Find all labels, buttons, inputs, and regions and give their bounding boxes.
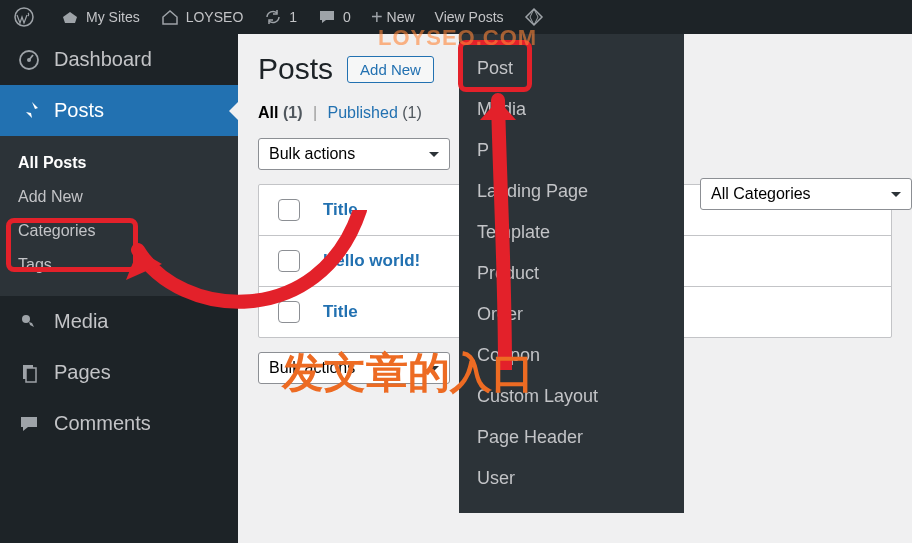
- view-posts-label: View Posts: [435, 9, 504, 25]
- select-value: Bulk actions: [269, 145, 355, 162]
- select-all-checkbox[interactable]: [278, 199, 300, 221]
- admin-topbar: My Sites LOYSEO 1 0 + New View Posts: [0, 0, 912, 34]
- new-label: New: [387, 9, 415, 25]
- svg-point-2: [27, 58, 31, 62]
- extra-diamond[interactable]: [514, 0, 560, 34]
- new-coupon[interactable]: Coupon: [459, 335, 684, 376]
- comment-icon: [18, 413, 44, 435]
- sidebar-item-media[interactable]: Media: [0, 296, 238, 347]
- comments-count: 0: [343, 9, 351, 25]
- svg-rect-5: [26, 368, 36, 382]
- new-content-dropdown: Post Media P Landing Page Template Produ…: [459, 34, 684, 513]
- sidebar-item-dashboard[interactable]: Dashboard: [0, 34, 238, 85]
- sidebar-item-comments[interactable]: Comments: [0, 398, 238, 449]
- comment-icon: [317, 7, 337, 27]
- new-order[interactable]: Order: [459, 294, 684, 335]
- new-post[interactable]: Post: [459, 48, 684, 89]
- sidebar-sub-tags[interactable]: Tags: [0, 248, 238, 282]
- filter-all[interactable]: All (1): [258, 104, 302, 121]
- multisite-icon: [60, 7, 80, 27]
- diamond-icon: [524, 7, 544, 27]
- new-media[interactable]: Media: [459, 89, 684, 130]
- sidebar-item-label: Dashboard: [54, 48, 152, 71]
- site-name-label: LOYSEO: [186, 9, 244, 25]
- update-icon: [263, 7, 283, 27]
- my-sites-label: My Sites: [86, 9, 140, 25]
- new-landing-page[interactable]: Landing Page: [459, 171, 684, 212]
- new-custom-layout[interactable]: Custom Layout: [459, 376, 684, 417]
- sidebar-item-posts[interactable]: Posts: [0, 85, 238, 136]
- new-user[interactable]: User: [459, 458, 684, 499]
- comments-notice[interactable]: 0: [307, 0, 361, 34]
- updates-count: 1: [289, 9, 297, 25]
- select-all-checkbox-bottom[interactable]: [278, 301, 300, 323]
- site-name[interactable]: LOYSEO: [150, 0, 254, 34]
- bulk-actions-select[interactable]: Bulk actions: [258, 138, 450, 170]
- select-value: Bulk actions: [269, 359, 355, 376]
- svg-point-3: [22, 315, 30, 323]
- sidebar-item-label: Pages: [54, 361, 111, 384]
- sidebar-sub-categories[interactable]: Categories: [0, 214, 238, 248]
- sidebar-item-label: Comments: [54, 412, 151, 435]
- view-posts[interactable]: View Posts: [425, 0, 514, 34]
- new-product[interactable]: Product: [459, 253, 684, 294]
- sidebar-item-pages[interactable]: Pages: [0, 347, 238, 398]
- admin-sidebar: Dashboard Posts All Posts Add New Catego…: [0, 34, 238, 543]
- home-icon: [160, 7, 180, 27]
- new-template[interactable]: Template: [459, 212, 684, 253]
- plus-icon: +: [371, 6, 383, 29]
- bulk-actions-select-bottom[interactable]: Bulk actions: [258, 352, 450, 384]
- sidebar-item-label: Posts: [54, 99, 104, 122]
- new-page[interactable]: P: [459, 130, 684, 171]
- wp-logo[interactable]: [4, 0, 50, 34]
- pushpin-icon: [18, 100, 44, 122]
- categories-filter-select[interactable]: All Categories: [700, 178, 912, 210]
- sidebar-sub-all-posts[interactable]: All Posts: [0, 146, 238, 180]
- updates[interactable]: 1: [253, 0, 307, 34]
- pages-icon: [18, 362, 44, 384]
- wordpress-icon: [14, 7, 34, 27]
- dashboard-icon: [18, 49, 44, 71]
- filter-published[interactable]: Published (1): [328, 104, 422, 121]
- my-sites[interactable]: My Sites: [50, 0, 150, 34]
- row-checkbox[interactable]: [278, 250, 300, 272]
- new-content[interactable]: + New: [361, 0, 425, 34]
- page-title: Posts: [258, 52, 333, 86]
- select-value: All Categories: [711, 185, 811, 202]
- sidebar-posts-submenu: All Posts Add New Categories Tags: [0, 136, 238, 296]
- add-new-button[interactable]: Add New: [347, 56, 434, 83]
- sidebar-sub-add-new[interactable]: Add New: [0, 180, 238, 214]
- sidebar-item-label: Media: [54, 310, 108, 333]
- new-page-header[interactable]: Page Header: [459, 417, 684, 458]
- media-icon: [18, 311, 44, 333]
